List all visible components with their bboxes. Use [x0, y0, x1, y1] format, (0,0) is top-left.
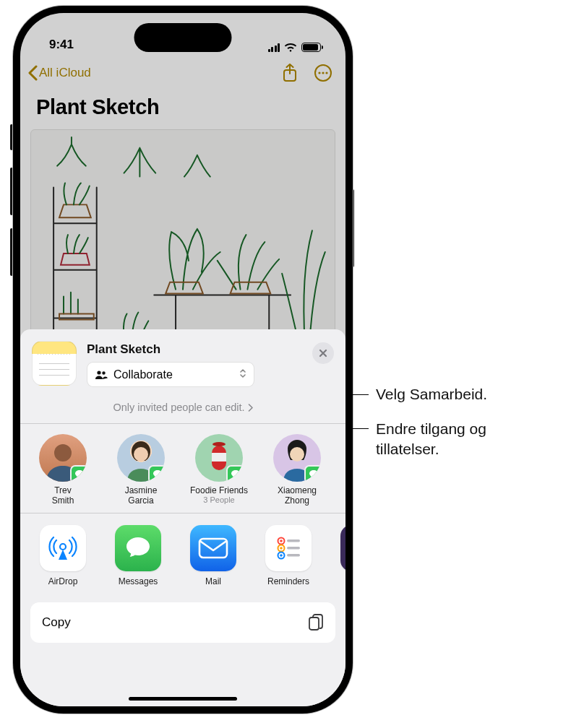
messages-icon [124, 534, 153, 562]
dynamic-island [134, 23, 232, 52]
svg-rect-24 [287, 554, 300, 557]
contact-name-line2: Smith [52, 495, 74, 506]
phone-screen: 9:41 All iCloud [20, 13, 345, 706]
close-icon [319, 349, 327, 358]
permissions-text: Only invited people can edit. [113, 402, 244, 413]
messages-badge-icon [148, 465, 165, 482]
messages-badge-icon [70, 465, 87, 482]
permissions-row[interactable]: Only invited people can edit. [20, 396, 345, 423]
share-contacts-row: TrevSmith JasmineGarcia Foodie Friends [20, 424, 345, 514]
chevron-right-icon [248, 404, 253, 412]
svg-point-7 [54, 444, 72, 462]
callout-collaborate: Velg Samarbeid. [376, 384, 487, 404]
share-apps-row: AirDrop Messages Mail [20, 514, 345, 595]
share-contact[interactable]: Foodie Friends 3 People [189, 434, 249, 506]
app-label: Messages [119, 576, 158, 586]
contact-name-line2: Zhong [285, 495, 309, 506]
collaborate-label: Collaborate [113, 368, 173, 381]
updown-chevron-icon [239, 368, 246, 381]
copy-label: Copy [42, 615, 71, 630]
svg-rect-23 [287, 547, 300, 550]
contact-name-line2: Garcia [128, 495, 153, 506]
contact-sub: 3 People [203, 495, 234, 504]
share-app-reminders[interactable]: Reminders [262, 525, 315, 586]
svg-point-8 [134, 447, 148, 462]
share-app-mail[interactable]: Mail [186, 525, 240, 586]
contact-name-line1: Trev [54, 485, 72, 495]
svg-point-6 [102, 371, 105, 374]
callout-permissions: Endre tilgang og tillatelser. [376, 419, 549, 460]
share-contact[interactable]: TrevSmith [33, 434, 93, 506]
share-app-messages[interactable]: Messages [111, 525, 165, 586]
contact-name-line1: Jasmine [125, 485, 158, 495]
contact-name-line1: Xiaomeng [278, 485, 317, 495]
notes-app-icon [32, 341, 77, 386]
svg-rect-10 [212, 453, 226, 462]
share-contact[interactable]: XiaomengZhong [267, 434, 327, 506]
share-sheet-title: Plant Sketch [87, 342, 302, 357]
messages-badge-icon [304, 465, 321, 482]
avatar [273, 434, 321, 482]
reminders-icon [274, 534, 303, 563]
close-button[interactable] [312, 342, 334, 364]
share-sheet: Plant Sketch Collaborate Only invited pe… [20, 329, 345, 706]
svg-rect-22 [287, 540, 300, 542]
people-icon [95, 370, 108, 380]
messages-badge-icon [226, 465, 243, 482]
copy-action[interactable]: Copy [30, 602, 335, 643]
airdrop-icon [47, 532, 79, 564]
copy-icon [308, 613, 324, 632]
svg-point-19 [280, 547, 283, 550]
collaborate-selector[interactable]: Collaborate [87, 362, 254, 387]
share-contact[interactable]: JasmineGarcia [111, 434, 171, 506]
svg-point-17 [280, 540, 283, 542]
svg-point-12 [290, 447, 304, 462]
svg-point-14 [60, 544, 66, 550]
svg-point-21 [280, 554, 283, 557]
avatar [195, 434, 243, 482]
svg-point-5 [97, 370, 100, 374]
app-label: Mail [205, 576, 221, 586]
phone-frame: 9:41 All iCloud [13, 6, 353, 714]
svg-rect-25 [309, 618, 319, 630]
mail-icon [198, 537, 228, 559]
svg-point-11 [212, 442, 226, 446]
home-indicator [129, 697, 237, 701]
share-app-more[interactable] [337, 525, 345, 586]
avatar [39, 434, 87, 482]
app-label: Reminders [267, 576, 309, 586]
share-app-airdrop[interactable]: AirDrop [36, 525, 90, 586]
app-label: AirDrop [48, 576, 78, 586]
avatar [117, 434, 165, 482]
contact-name-line1: Foodie Friends [190, 485, 248, 495]
svg-rect-15 [199, 539, 227, 558]
